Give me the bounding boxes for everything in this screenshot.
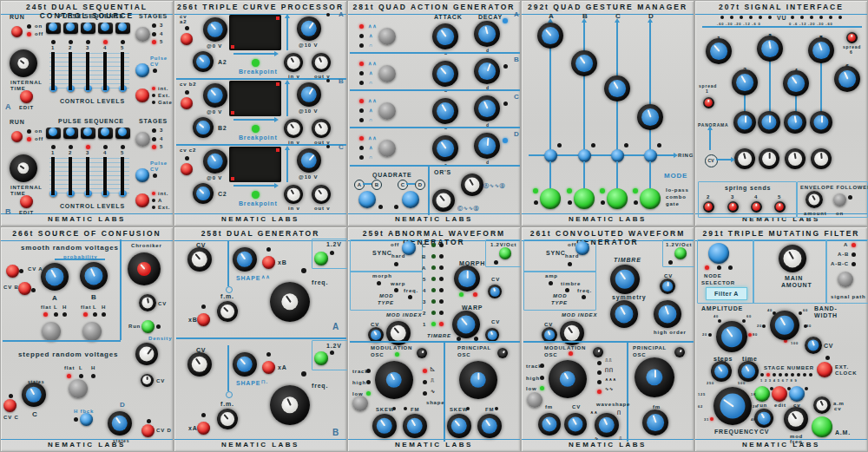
amount-knob[interactable] [806,191,823,208]
knob[interactable] [312,185,331,204]
knob[interactable] [785,148,806,169]
cv-knob[interactable] [564,413,587,436]
filter-name-display[interactable]: Filter A [706,287,747,300]
pitch-jack[interactable] [674,247,687,259]
principal-fm-knob[interactable] [642,409,668,436]
xa-jack[interactable] [197,422,210,435]
smooth-b-button[interactable] [82,322,102,341]
trigger-button[interactable] [378,140,396,157]
node-selector-button[interactable] [708,243,729,264]
trigger-mode-button[interactable] [135,88,149,102]
fm-b-knob[interactable] [217,409,238,429]
pulse-toggle[interactable] [81,128,95,139]
modulation-osc-knob[interactable] [375,361,413,399]
ext-clock-jack[interactable] [817,362,832,377]
chroniker-cv-knob[interactable] [139,294,156,311]
spread-6-knob[interactable] [846,32,858,43]
level-slider[interactable] [69,52,72,90]
pulse-cv-jack[interactable] [135,63,149,77]
level-slider[interactable] [51,52,55,90]
attack-knob[interactable] [432,98,458,124]
panorama-cv-jack[interactable]: CV [705,154,718,167]
knob[interactable] [674,347,685,357]
xb-jack[interactable] [197,313,210,326]
knob[interactable] [297,148,321,173]
pulse-cv-jack[interactable] [135,168,149,182]
level-slider[interactable] [51,157,55,195]
ring-jack[interactable] [578,149,591,162]
follower-on-button[interactable] [833,193,846,206]
gesture-d-knob[interactable] [637,104,663,130]
knob[interactable] [284,119,303,138]
level-slider[interactable] [121,52,124,90]
spring-send-knob[interactable] [774,201,786,213]
morph-cv-knob[interactable] [488,285,502,298]
pulse-toggle[interactable] [115,128,130,139]
shape-a-knob[interactable] [233,247,257,272]
b2-knob[interactable] [193,117,214,138]
bandwidth-knob[interactable] [770,311,799,340]
knob[interactable] [417,348,427,358]
shape-b-knob[interactable] [233,352,257,377]
attack-knob[interactable] [432,135,458,161]
knob[interactable] [203,149,227,174]
trigger-button[interactable] [378,102,396,120]
h-fbck-jack[interactable] [80,413,93,426]
signal-path-button[interactable] [838,272,853,287]
knob[interactable] [759,148,779,169]
smooth-a-knob[interactable] [41,263,69,291]
cv-knob[interactable] [187,247,212,272]
trigger-mode-button[interactable] [135,193,149,207]
out-v-knob[interactable] [312,53,331,72]
run-button[interactable] [11,131,23,142]
quadrate-ab-jack[interactable] [358,191,376,208]
input-6-knob[interactable] [834,66,860,92]
trigger-button[interactable] [378,65,396,82]
cv-b2-jack[interactable] [181,97,193,109]
spread-1-knob[interactable] [703,97,714,108]
level-slider[interactable] [103,157,107,195]
stages-button[interactable] [135,132,150,147]
knob[interactable] [811,148,832,169]
attack-knob[interactable] [432,61,458,87]
ring-jack[interactable] [644,149,657,162]
input-4-knob[interactable] [783,70,809,96]
pitch-jack[interactable] [314,351,328,365]
knob[interactable] [297,82,321,107]
bandwidth-cv-knob[interactable] [805,337,822,354]
states-c-knob[interactable] [22,383,46,407]
decay-knob[interactable] [474,95,500,121]
fm-knob[interactable] [477,414,502,438]
knob[interactable] [758,111,780,134]
waveshape-knob[interactable] [595,413,619,437]
a2-knob[interactable] [193,51,214,72]
fm-a-knob[interactable] [217,301,238,322]
fm-knob[interactable] [538,413,561,436]
trigger-button[interactable] [378,28,396,45]
mode-output-jack[interactable] [640,188,661,209]
mode-output-jack[interactable] [540,188,561,209]
pulse-toggle[interactable] [46,128,61,139]
am-jack[interactable] [812,416,832,437]
panorama-knob[interactable] [733,111,756,134]
cv-a-jack[interactable] [6,265,19,278]
level-knob[interactable] [734,148,755,169]
knob[interactable] [497,348,508,358]
knob[interactable] [312,119,331,138]
warp-knob[interactable] [452,311,480,338]
knob[interactable] [284,185,303,204]
frequency-cv-knob[interactable] [754,409,773,428]
spring-send-knob[interactable] [703,201,714,213]
cv-c2-jack[interactable] [181,163,193,175]
frequency-knob[interactable] [713,387,752,425]
states-d-knob[interactable] [108,411,132,436]
level-slider[interactable] [69,157,72,195]
smooth-a-button[interactable] [42,322,61,341]
c2-knob[interactable] [193,183,214,204]
edit-button[interactable] [20,195,33,208]
main-amount-knob[interactable] [779,245,806,272]
pulse-toggle[interactable] [115,23,130,34]
time-knob[interactable] [738,361,759,382]
mode-output-jack[interactable] [574,188,595,209]
morph-knob[interactable] [454,265,480,292]
